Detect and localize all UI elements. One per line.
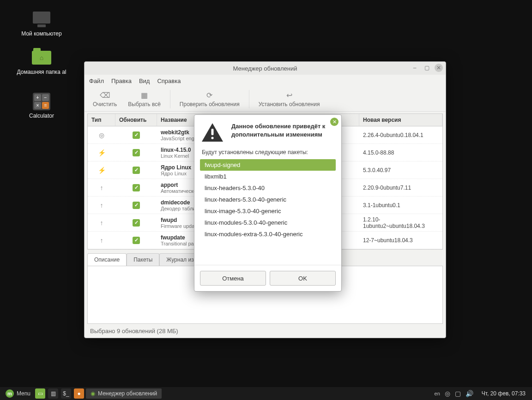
window-title: Менеджер обновлений bbox=[233, 65, 297, 72]
tray-clock[interactable]: Чт, 20 фев, 07:33 bbox=[478, 390, 529, 397]
version-cell: 2.20.9-0ubuntu7.11 bbox=[359, 183, 442, 193]
dialog-close-button[interactable]: ✕ bbox=[330, 118, 339, 126]
toolbar: ⌫ Очистить ▦ Выбрать всё ⟳ Проверить обн… bbox=[85, 87, 446, 112]
desktop-icon-home[interactable]: ⌂ Домашняя папка al bbox=[12, 48, 72, 75]
window-titlebar[interactable]: Менеджер обновлений – ▢ ✕ bbox=[85, 62, 446, 75]
tab-packages[interactable]: Пакеты bbox=[127, 253, 159, 266]
svg-point-1 bbox=[211, 137, 213, 139]
dialog-package-item[interactable]: linux-modules-5.3.0-40-generic bbox=[200, 217, 336, 228]
checkbox-checked-icon[interactable]: ✓ bbox=[133, 149, 140, 156]
select-all-icon: ▦ bbox=[141, 91, 148, 100]
desktop-icon-calculator[interactable]: +−×= Calculator bbox=[12, 92, 72, 119]
svg-rect-2 bbox=[212, 129, 214, 135]
desktop-icon-label: Домашняя папка al bbox=[17, 69, 66, 75]
menu-view[interactable]: Вид bbox=[139, 78, 150, 84]
menu-edit[interactable]: Правка bbox=[111, 78, 132, 84]
clear-icon: ⌫ bbox=[100, 91, 110, 100]
quicklaunch: ▭ ▥ $_ ● bbox=[35, 388, 84, 399]
warning-icon bbox=[201, 122, 224, 143]
additional-changes-dialog: ✕ Данное обновление приведёт к дополните… bbox=[194, 114, 342, 292]
menubar: Файл Правка Вид Справка bbox=[85, 75, 446, 87]
dialog-ok-button[interactable]: OK bbox=[270, 271, 336, 286]
install-icon: ↩ bbox=[286, 91, 292, 100]
dialog-cancel-button[interactable]: Отмена bbox=[200, 271, 266, 286]
start-menu-button[interactable]: m Menu bbox=[3, 388, 33, 399]
refresh-icon: ⟳ bbox=[206, 91, 212, 100]
checkbox-checked-icon[interactable]: ✓ bbox=[133, 219, 140, 227]
update-checkbox-cell: ✓ bbox=[115, 165, 157, 176]
toolbar-separator bbox=[249, 90, 249, 108]
dialog-package-item[interactable]: linux-modules-extra-5.3.0-40-generic bbox=[200, 228, 336, 240]
checkbox-checked-icon[interactable]: ✓ bbox=[133, 184, 140, 191]
ql-terminal[interactable]: $_ bbox=[61, 388, 71, 399]
menu-file[interactable]: Файл bbox=[89, 78, 104, 84]
update-checkbox-cell: ✓ bbox=[115, 130, 157, 141]
dialog-package-item[interactable]: linux-headers-5.3.0-40 bbox=[200, 182, 336, 194]
menu-help[interactable]: Справка bbox=[157, 78, 181, 84]
desktop-icon-computer[interactable]: Мой компьютер bbox=[12, 10, 72, 37]
update-checkbox-cell: ✓ bbox=[115, 235, 157, 246]
toolbar-install-button[interactable]: ↩ Установить обновления bbox=[253, 89, 326, 109]
statusbar: Выбрано 9 обновлений (28 МБ) bbox=[85, 324, 446, 338]
tray-language[interactable]: en bbox=[435, 391, 440, 396]
ql-show-desktop[interactable]: ▭ bbox=[35, 388, 45, 399]
shield-icon: ◉ bbox=[91, 390, 95, 397]
folder-home-icon: ⌂ bbox=[30, 48, 53, 67]
window-maximize-button[interactable]: ▢ bbox=[423, 64, 431, 72]
version-cell: 1.2.10-1ubuntu2~ubuntu18.04.3 bbox=[359, 215, 442, 231]
dialog-package-item[interactable]: linux-image-5.3.0-40-generic bbox=[200, 205, 336, 217]
type-icon: ↑ bbox=[88, 182, 115, 193]
toolbar-clear-button[interactable]: ⌫ Очистить bbox=[87, 89, 122, 109]
tray-shield-icon[interactable]: ◎ bbox=[445, 390, 450, 397]
dialog-title: Данное обновление приведёт к дополнитель… bbox=[231, 122, 334, 143]
type-icon: ⚡ bbox=[88, 147, 115, 158]
dialog-package-item[interactable]: linux-headers-5.3.0-40-generic bbox=[200, 194, 336, 205]
update-checkbox-cell: ✓ bbox=[115, 200, 157, 211]
type-icon: ◎ bbox=[88, 130, 115, 141]
computer-icon bbox=[30, 10, 53, 29]
dialog-subtitle: Будут установлены следующие пакеты: bbox=[194, 146, 341, 159]
desktop-icon-label: Мой компьютер bbox=[21, 30, 61, 37]
window-close-button[interactable]: ✕ bbox=[435, 64, 443, 72]
system-tray: en ◎ ▢ 🔊 Чт, 20 фев, 07:33 bbox=[435, 390, 529, 397]
status-text: Выбрано 9 обновлений (28 МБ) bbox=[90, 328, 178, 334]
type-icon: ↑ bbox=[88, 200, 115, 211]
type-icon: ⚡ bbox=[88, 165, 115, 176]
type-icon: ↑ bbox=[88, 217, 115, 228]
checkbox-checked-icon[interactable]: ✓ bbox=[133, 237, 140, 244]
checkbox-checked-icon[interactable]: ✓ bbox=[133, 167, 140, 174]
update-checkbox-cell: ✓ bbox=[115, 182, 157, 193]
desktop-icon-label: Calculator bbox=[29, 113, 54, 119]
checkbox-checked-icon[interactable]: ✓ bbox=[133, 131, 140, 139]
col-type[interactable]: Тип bbox=[88, 114, 115, 126]
tray-volume-icon[interactable]: 🔊 bbox=[466, 390, 473, 397]
version-cell: 4.15.0-88.88 bbox=[359, 148, 442, 158]
dialog-package-list[interactable]: fwupd-signedlibxmlb1linux-headers-5.3.0-… bbox=[200, 159, 336, 240]
type-icon: ↑ bbox=[88, 235, 115, 246]
window-minimize-button[interactable]: – bbox=[411, 64, 419, 72]
ql-firefox[interactable]: ● bbox=[74, 388, 84, 399]
toolbar-separator bbox=[170, 90, 170, 108]
taskbar-panel: m Menu ▭ ▥ $_ ● ◉ Менеджер обновлений en… bbox=[0, 387, 532, 400]
version-cell: 2.26.4-0ubuntu0.18.04.1 bbox=[359, 130, 442, 140]
toolbar-refresh-button[interactable]: ⟳ Проверить обновления bbox=[174, 89, 245, 109]
dialog-package-item[interactable]: libxmlb1 bbox=[200, 171, 336, 182]
col-version[interactable]: Новая версия bbox=[359, 114, 442, 126]
tray-display-icon[interactable]: ▢ bbox=[455, 390, 461, 397]
mint-logo-icon: m bbox=[6, 389, 14, 398]
version-cell: 3.1-1ubuntu0.1 bbox=[359, 200, 442, 210]
dialog-package-item[interactable]: fwupd-signed bbox=[200, 159, 336, 171]
checkbox-checked-icon[interactable]: ✓ bbox=[133, 202, 140, 209]
update-checkbox-cell: ✓ bbox=[115, 217, 157, 228]
calculator-icon: +−×= bbox=[30, 92, 53, 111]
toolbar-select-all-button[interactable]: ▦ Выбрать всё bbox=[122, 89, 166, 109]
version-cell: 5.3.0.40.97 bbox=[359, 165, 442, 175]
col-update[interactable]: Обновить bbox=[115, 114, 157, 126]
version-cell: 12-7~ubuntu18.04.3 bbox=[359, 235, 442, 245]
update-checkbox-cell: ✓ bbox=[115, 147, 157, 158]
ql-files[interactable]: ▥ bbox=[48, 388, 58, 399]
tab-description[interactable]: Описание bbox=[87, 253, 127, 266]
taskbar-item-update-manager[interactable]: ◉ Менеджер обновлений bbox=[86, 388, 162, 399]
